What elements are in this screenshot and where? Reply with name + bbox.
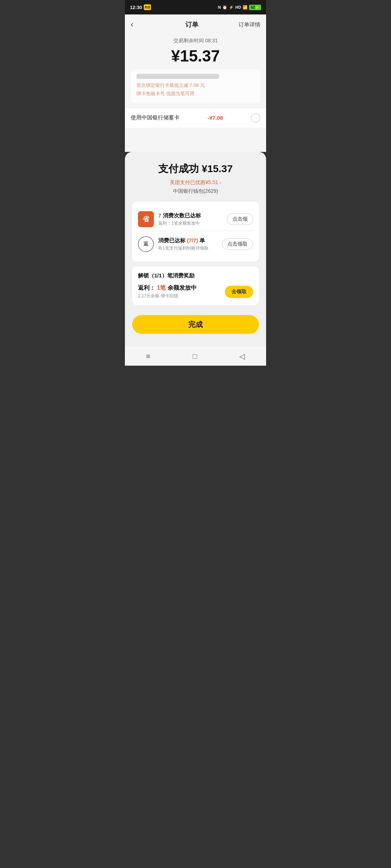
menu-icon[interactable]: ≡ bbox=[146, 352, 151, 361]
bottom-nav-bar: ≡ □ ◁ bbox=[125, 347, 266, 366]
unlock-sub-text: 2.17元余额 绑卡回馈 bbox=[138, 293, 225, 299]
unlock-row: 返利： 1笔 余额发放中 2.17元余额 绑卡回馈 去领取 bbox=[138, 284, 253, 299]
meituan-app-icon: 美团 bbox=[144, 4, 151, 10]
nfc-icon: N bbox=[218, 5, 221, 9]
bank-toggle[interactable] bbox=[251, 113, 260, 123]
hd-icon: HD bbox=[235, 5, 241, 9]
claim-button-2[interactable]: 点击领取 bbox=[222, 238, 253, 250]
unlock-main-text: 返利： 1笔 余额发放中 bbox=[138, 284, 225, 292]
blurred-line bbox=[136, 74, 219, 79]
status-bar-left: 12:30 美团 bbox=[130, 4, 151, 10]
complete-button[interactable]: 完成 bbox=[132, 315, 259, 334]
order-detail-link[interactable]: 订单详情 bbox=[239, 21, 260, 28]
reward-main-1: 7 消费次数已达标 bbox=[158, 212, 227, 219]
bank-discount: -¥7.08 bbox=[207, 115, 223, 121]
bank-wallet-info: 中国银行钱包(2629) bbox=[132, 188, 259, 195]
signal-icon: 📶 bbox=[243, 5, 248, 10]
home-icon[interactable]: □ bbox=[193, 352, 197, 361]
status-bar: 12:30 美团 N ⏰ ⚡ HD 📶 52⚡ bbox=[125, 0, 266, 14]
bank-label: 使用中国银行储蓄卡 bbox=[131, 114, 180, 121]
reward-row-fan: 返 消费已达标 (7/7) 单 有1笔支付返利到账待领取 点击领取 bbox=[138, 231, 253, 256]
promo-text: 首次绑定银行卡最低立减 7.08 元 绑卡免输卡号 优惠当笔可用 bbox=[136, 81, 255, 98]
claim-button-1[interactable]: 点击领 bbox=[227, 213, 253, 225]
order-background-page: ‹ 订单 订单详情 交易剩余时间 08:31 ¥15.37 首次绑定银行卡最低立… bbox=[125, 14, 266, 152]
order-timer: 交易剩余时间 08:31 bbox=[125, 35, 266, 46]
reward-content-2: 消费已达标 (7/7) 单 有1笔支付返利到账待领取 bbox=[158, 237, 222, 251]
nav-bar: ‹ 订单 订单详情 bbox=[125, 14, 266, 35]
unlock-card: 解锁（1/1）笔消费奖励 返利： 1笔 余额发放中 2.17元余额 绑卡回馈 去… bbox=[132, 267, 259, 305]
reward-count-1: 7 bbox=[158, 212, 161, 218]
status-bar-right: N ⏰ ⚡ HD 📶 52⚡ bbox=[218, 5, 261, 10]
reward-sub-1: 返利：1笔余额发放中 bbox=[158, 220, 227, 226]
page-title: 订单 bbox=[185, 20, 198, 29]
payment-success-modal: 支付成功 ¥15.37 美团支付已优惠¥5.51 › 中国银行钱包(2629) … bbox=[125, 152, 266, 347]
bank-row: 使用中国银行储蓄卡 -¥7.08 bbox=[125, 108, 266, 128]
alarm-icon: ⏰ bbox=[222, 5, 227, 10]
reward-sub-2: 有1笔支付返利到账待领取 bbox=[158, 245, 222, 251]
meituan-discount-link[interactable]: 美团支付已优惠¥5.51 › bbox=[132, 179, 259, 186]
reward-content-1: 7 消费次数已达标 返利：1笔余额发放中 bbox=[158, 212, 227, 226]
complete-button-wrap: 完成 bbox=[132, 312, 259, 340]
order-amount: ¥15.37 bbox=[125, 46, 266, 69]
payment-success-title: 支付成功 ¥15.37 bbox=[132, 162, 259, 176]
collect-button[interactable]: 去领取 bbox=[225, 286, 253, 298]
bluetooth-icon: ⚡ bbox=[229, 5, 234, 10]
unlock-content: 返利： 1笔 余额发放中 2.17元余额 绑卡回馈 bbox=[138, 284, 225, 299]
reward-card: 省 7 消费次数已达标 返利：1笔余额发放中 点击领 返 消费已达标 (7/7)… bbox=[132, 202, 259, 261]
reward-progress: (7/7) bbox=[187, 237, 198, 243]
unlock-title: 解锁（1/1）笔消费奖励 bbox=[138, 272, 253, 279]
reward-main-2: 消费已达标 (7/7) 单 bbox=[158, 237, 222, 244]
discount-arrow: › bbox=[220, 180, 221, 185]
promo-card: 首次绑定银行卡最低立减 7.08 元 绑卡免输卡号 优惠当笔可用 bbox=[131, 69, 260, 102]
fan-icon: 返 bbox=[138, 236, 154, 252]
back-button[interactable]: ‹ bbox=[131, 20, 145, 29]
unlock-count: 1笔 bbox=[157, 285, 166, 291]
sheng-icon: 省 bbox=[138, 211, 154, 227]
reward-row-sheng: 省 7 消费次数已达标 返利：1笔余额发放中 点击领 bbox=[138, 208, 253, 231]
back-gesture-icon[interactable]: ◁ bbox=[239, 352, 245, 361]
time-label: 12:30 bbox=[130, 5, 142, 10]
battery-indicator: 52⚡ bbox=[249, 5, 261, 10]
